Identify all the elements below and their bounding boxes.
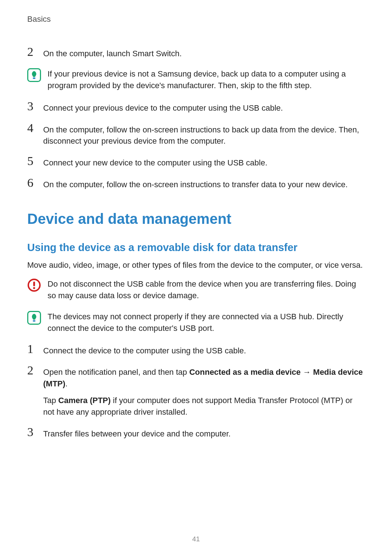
step-item: 2 On the computer, launch Smart Switch. [27, 46, 365, 59]
step-item: 1 Connect the device to the computer usi… [27, 343, 365, 357]
svg-rect-1 [33, 77, 36, 79]
step-number: 5 [27, 155, 37, 169]
note-text: The devices may not connect properly if … [48, 310, 365, 334]
step-item: 4 On the computer, follow the on-screen … [27, 122, 365, 147]
step-number: 4 [27, 122, 37, 147]
manual-page: Basics 2 On the computer, launch Smart S… [0, 0, 392, 554]
heading-h2: Using the device as a removable disk for… [27, 242, 365, 254]
step-number: 2 [27, 364, 37, 418]
section-label: Basics [27, 15, 365, 24]
step-number: 3 [27, 100, 37, 114]
step-text: Connect your previous device to the comp… [43, 100, 365, 114]
text-fragment: . [65, 379, 68, 388]
tip-icon [27, 311, 41, 325]
step-item: 6 On the computer, follow the on-screen … [27, 177, 365, 190]
tip-icon [27, 68, 41, 82]
svg-rect-3 [33, 282, 35, 286]
step-item: 3 Transfer files between your device and… [27, 426, 365, 440]
page-number: 41 [0, 535, 392, 543]
step-item: 2 Open the notification panel, and then … [27, 364, 365, 418]
svg-rect-6 [33, 320, 36, 321]
step-number: 2 [27, 46, 37, 59]
step-number: 6 [27, 177, 37, 190]
step-text: On the computer, follow the on-screen in… [43, 177, 365, 190]
note-text: Do not disconnect the USB cable from the… [48, 278, 365, 301]
bold-text: Camera (PTP) [58, 396, 111, 405]
note-tip: If your previous device is not a Samsung… [27, 67, 365, 91]
warning-icon [27, 278, 41, 292]
note-text: If your previous device is not a Samsung… [48, 67, 365, 91]
text-fragment: Tap [43, 396, 58, 405]
step-text: Open the notification panel, and then ta… [43, 364, 365, 418]
step-text: Connect your new device to the computer … [43, 155, 365, 169]
step-text: On the computer, launch Smart Switch. [43, 46, 365, 59]
step-text: Transfer files between your device and t… [43, 426, 365, 440]
svg-point-4 [33, 287, 35, 289]
text-fragment: Open the notification panel, and then ta… [43, 368, 189, 377]
step-number: 1 [27, 343, 37, 357]
heading-h1: Device and data management [27, 211, 365, 227]
step-item: 5 Connect your new device to the compute… [27, 155, 365, 169]
note-warning: Do not disconnect the USB cable from the… [27, 278, 365, 301]
step-item: 3 Connect your previous device to the co… [27, 100, 365, 114]
intro-paragraph: Move audio, video, image, or other types… [27, 259, 365, 271]
step-number: 3 [27, 426, 37, 440]
step-text: On the computer, follow the on-screen in… [43, 122, 365, 147]
bold-text: Connected as a media device [189, 368, 301, 377]
step-text: Connect the device to the computer using… [43, 343, 365, 357]
arrow-icon: → [301, 368, 313, 377]
note-tip: The devices may not connect properly if … [27, 310, 365, 334]
